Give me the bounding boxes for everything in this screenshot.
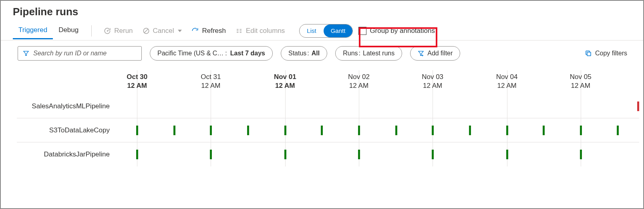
gantt-chart: Oct 3012 AMOct 3112 AMNov 0112 AMNov 021… xyxy=(17,70,639,191)
run-bar-success[interactable] xyxy=(173,126,175,135)
divider xyxy=(91,25,92,37)
run-bar-success[interactable] xyxy=(580,150,582,159)
pipeline-name[interactable]: S3ToDataLakeCopy xyxy=(17,118,116,142)
svg-rect-13 xyxy=(587,52,591,56)
page-title: Pipeline runs xyxy=(1,1,643,21)
svg-line-2 xyxy=(144,29,148,32)
pipeline-name[interactable]: SalesAnalyticsMLPipeline xyxy=(17,94,116,118)
run-bar-failed[interactable] xyxy=(637,101,639,111)
run-bar-success[interactable] xyxy=(432,126,434,135)
chevron-down-icon xyxy=(178,30,182,32)
checkbox-icon[interactable] xyxy=(358,27,366,35)
run-bar-success[interactable] xyxy=(469,126,471,135)
run-bar-success[interactable] xyxy=(580,126,582,135)
run-bar-success[interactable] xyxy=(358,126,360,135)
columns-icon xyxy=(235,27,243,34)
filter-icon xyxy=(23,50,29,57)
filter-runs[interactable]: Runs : Latest runs xyxy=(335,46,402,61)
run-bar-success[interactable] xyxy=(284,126,286,135)
run-bar-success[interactable] xyxy=(247,126,249,135)
run-bar-success[interactable] xyxy=(506,150,508,159)
pipeline-name[interactable]: DatabricksJarPipeline xyxy=(17,142,116,166)
gantt-track xyxy=(116,142,639,166)
run-bar-success[interactable] xyxy=(395,126,397,135)
gantt-row: S3ToDataLakeCopy xyxy=(17,118,639,142)
view-toggle-gantt[interactable]: Gantt xyxy=(324,24,353,37)
axis-tick-label: Nov 0112 AM xyxy=(274,73,296,90)
edit-columns-button[interactable]: Edit columns xyxy=(231,24,290,37)
filter-bar: Search by run ID or name Pacific Time (U… xyxy=(1,41,643,66)
search-input[interactable]: Search by run ID or name xyxy=(18,46,142,61)
refresh-button[interactable]: Refresh xyxy=(187,24,231,37)
run-bar-success[interactable] xyxy=(358,150,360,159)
filter-status[interactable]: Status : All xyxy=(281,46,327,61)
axis-tick-label: Oct 3012 AM xyxy=(127,73,147,90)
gantt-row: SalesAnalyticsMLPipeline xyxy=(17,94,639,118)
gantt-track xyxy=(116,118,639,142)
group-by-annotations[interactable]: Group by annotations xyxy=(358,27,435,35)
run-bar-success[interactable] xyxy=(432,150,434,159)
refresh-icon xyxy=(191,27,199,34)
tab-triggered[interactable]: Triggered xyxy=(13,22,53,39)
rerun-button[interactable]: Rerun xyxy=(99,24,137,37)
axis-tick-label: Nov 0412 AM xyxy=(496,73,518,90)
toolbar: Triggered Debug Rerun Cancel Refresh Edi… xyxy=(1,21,643,41)
run-bar-success[interactable] xyxy=(210,150,212,159)
axis-tick-label: Oct 3112 AM xyxy=(201,73,221,90)
run-bar-success[interactable] xyxy=(543,126,545,135)
gantt-header: Oct 3012 AMOct 3112 AMNov 0112 AMNov 021… xyxy=(17,70,639,94)
tab-debug[interactable]: Debug xyxy=(53,22,84,39)
add-filter-button[interactable]: Add filter xyxy=(410,46,460,61)
run-bar-success[interactable] xyxy=(136,126,138,135)
run-bar-success[interactable] xyxy=(321,126,323,135)
gantt-time-axis: Oct 3012 AMOct 3112 AMNov 0112 AMNov 021… xyxy=(116,70,639,94)
pipeline-runs-window: Pipeline runs Triggered Debug Rerun Canc… xyxy=(0,0,644,209)
axis-tick-label: Nov 0312 AM xyxy=(422,73,443,90)
view-toggle-list[interactable]: List xyxy=(300,24,323,37)
cancel-icon xyxy=(143,27,150,34)
axis-tick-label: Nov 0512 AM xyxy=(570,73,592,90)
cancel-button[interactable]: Cancel xyxy=(138,24,187,37)
add-filter-icon xyxy=(418,50,424,57)
run-bar-success[interactable] xyxy=(284,150,286,159)
run-bar-success[interactable] xyxy=(506,126,508,135)
copy-icon xyxy=(585,50,592,57)
rerun-icon xyxy=(104,27,111,34)
copy-filters-button[interactable]: Copy filters xyxy=(585,50,631,57)
gantt-track xyxy=(116,94,639,118)
gantt-rows: SalesAnalyticsMLPipelineS3ToDataLakeCopy… xyxy=(17,94,639,166)
run-bar-success[interactable] xyxy=(210,126,212,135)
axis-tick-label: Nov 0212 AM xyxy=(348,73,370,90)
filter-time[interactable]: Pacific Time (US & C… : Last 7 days xyxy=(150,46,273,61)
view-toggle: List Gantt xyxy=(299,24,353,38)
run-bar-success[interactable] xyxy=(136,150,138,159)
run-bar-success[interactable] xyxy=(617,126,619,135)
gantt-row: DatabricksJarPipeline xyxy=(17,142,639,166)
svg-marker-9 xyxy=(24,51,28,56)
